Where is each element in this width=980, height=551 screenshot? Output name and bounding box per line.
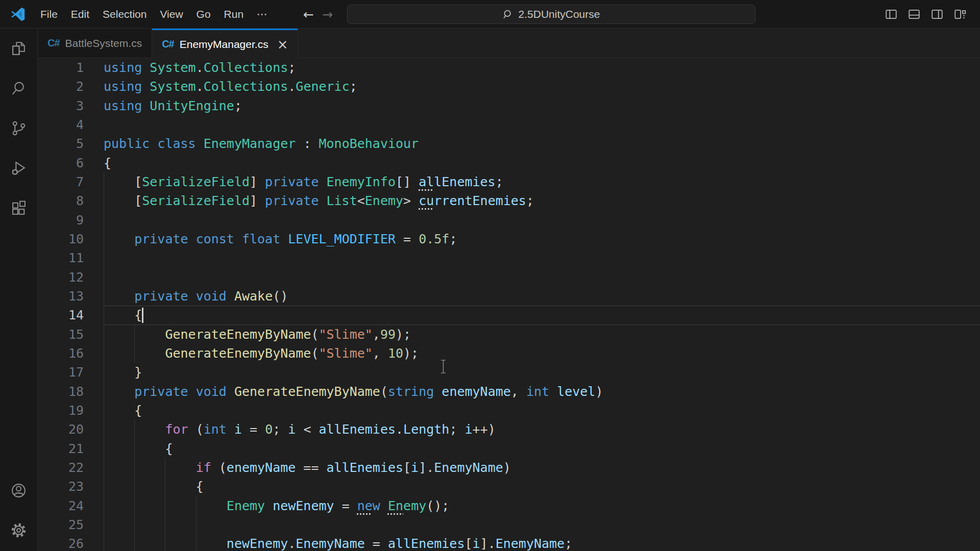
code-token: Awake	[234, 289, 273, 304]
forward-button[interactable]: →	[322, 8, 333, 21]
code-token	[104, 384, 134, 399]
activity-bar-search[interactable]	[0, 68, 37, 108]
code-token: ;	[565, 536, 572, 551]
activity-bar-accounts[interactable]	[0, 470, 37, 510]
code-token: string	[388, 384, 434, 399]
code-token: Length	[403, 422, 449, 437]
code-token	[549, 384, 557, 399]
code-token: new	[357, 498, 380, 513]
code-token: i	[288, 422, 296, 437]
code-token	[188, 289, 196, 304]
code-token: {	[104, 441, 173, 456]
activity-bar-run-debug[interactable]	[0, 148, 37, 188]
hint-underline: En	[388, 498, 403, 513]
activity-bar-explorer[interactable]	[0, 29, 37, 68]
code-area[interactable]: 1using System.Collections;2using System.…	[38, 58, 980, 551]
code-token	[142, 60, 150, 75]
line-number: 7	[38, 172, 104, 191]
code-token: ]	[250, 174, 265, 189]
editor-group: C# BattleSystem.cs C# EnemyManager.cs × …	[38, 29, 980, 551]
code-token: EnemyInfo	[327, 174, 396, 189]
code-token: public	[104, 136, 150, 151]
menu-item[interactable]: Run	[217, 5, 251, 23]
code-token: int	[526, 384, 549, 399]
code-token: const	[196, 232, 234, 246]
code-token: level	[557, 384, 595, 399]
menu-item[interactable]: View	[153, 5, 189, 23]
code-token: newEnemy	[227, 536, 288, 551]
activity-bar-settings[interactable]	[0, 510, 37, 550]
code-line: 21 {	[38, 439, 980, 458]
code-token: ]	[250, 193, 265, 208]
code-token	[142, 98, 150, 113]
code-token: {	[104, 403, 142, 418]
code-token	[188, 384, 196, 399]
code-line: 23 {	[38, 477, 980, 496]
code-token: currentEnemies	[419, 193, 526, 208]
code-token: int	[204, 422, 227, 437]
code-token: ;	[449, 232, 457, 246]
code-line: 12	[38, 268, 980, 287]
menu-item[interactable]: ⋯	[250, 5, 274, 23]
code-token	[434, 384, 442, 399]
code-token: enemyName	[227, 460, 296, 475]
code-token	[150, 136, 157, 151]
line-number: 25	[38, 515, 104, 534]
toggle-panel-icon[interactable]	[908, 8, 921, 21]
code-token: .	[396, 422, 403, 437]
code-token: ;	[288, 60, 296, 75]
code-token: MonoBehaviour	[318, 136, 419, 151]
code-token: enemyName	[442, 384, 510, 399]
code-token: i	[473, 536, 480, 551]
code-token: =	[365, 536, 388, 551]
code-token: );	[396, 327, 411, 342]
line-number: 10	[38, 230, 104, 248]
code-token: allEnemies	[419, 174, 496, 189]
indent-guide	[104, 211, 104, 230]
code-line: 3using UnityEngine;	[38, 96, 980, 115]
code-token: private	[265, 174, 318, 189]
code-token	[227, 384, 234, 399]
toggle-secondary-sidebar-icon[interactable]	[930, 8, 944, 21]
line-number: 19	[38, 401, 104, 420]
tab-battlesystem[interactable]: C# BattleSystem.cs	[38, 29, 152, 58]
code-token	[104, 422, 165, 437]
code-token	[227, 422, 234, 437]
code-token: )	[503, 460, 511, 475]
code-token: ;	[496, 174, 503, 189]
code-line: 9	[38, 211, 980, 230]
line-number: 1	[38, 58, 104, 77]
line-number: 11	[38, 248, 104, 267]
code-token: EnemyManager	[204, 136, 296, 151]
code-token: {	[104, 156, 111, 170]
code-token: GenerateEnemyByName	[165, 327, 311, 342]
back-button[interactable]: ←	[303, 8, 314, 21]
code-token: ()	[273, 289, 288, 304]
activity-bar-extensions[interactable]	[0, 188, 37, 228]
activity-bar-source-control[interactable]	[0, 108, 37, 148]
menu-item[interactable]: File	[34, 5, 64, 23]
code-token: ;	[273, 422, 288, 437]
menu-item[interactable]: Go	[190, 5, 217, 23]
code-token: using	[104, 79, 142, 94]
command-center-search[interactable]: 2.5DUnityCourse	[347, 5, 755, 24]
menu-item[interactable]: Edit	[64, 5, 96, 23]
csharp-file-icon: C#	[162, 38, 174, 50]
code-token: private	[134, 384, 188, 399]
code-text: if (enemyName == allEnemies[i].EnemyName…	[104, 458, 511, 477]
customize-layout-icon[interactable]	[953, 8, 967, 21]
code-token: );	[403, 346, 419, 361]
line-number: 15	[38, 325, 104, 344]
code-token: Enemy	[388, 498, 426, 513]
code-text: public class EnemyManager : MonoBehaviou…	[104, 134, 419, 153]
tab-enemymanager[interactable]: C# EnemyManager.cs ×	[152, 29, 298, 58]
code-token: ,	[511, 384, 526, 399]
tab-close-icon[interactable]: ×	[277, 38, 288, 51]
toggle-sidebar-icon[interactable]	[885, 8, 898, 21]
code-token: allEnemies	[388, 536, 465, 551]
code-text: using System.Collections;	[104, 58, 296, 77]
menu-item[interactable]: Selection	[96, 5, 153, 23]
code-token: ,	[373, 346, 388, 361]
code-line: 11	[38, 248, 980, 267]
text-cursor	[142, 308, 143, 323]
